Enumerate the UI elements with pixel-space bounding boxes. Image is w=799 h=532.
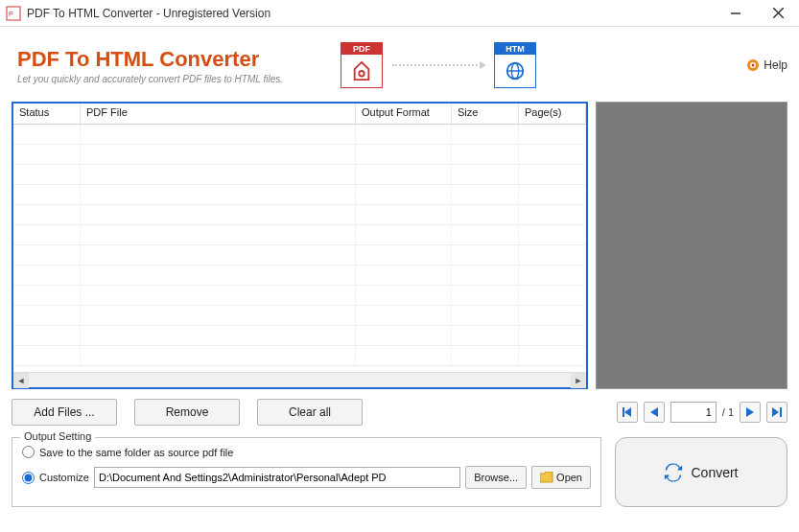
remove-button[interactable]: Remove bbox=[134, 399, 240, 426]
minimize-button[interactable] bbox=[715, 0, 757, 27]
output-path-input[interactable] bbox=[94, 467, 460, 488]
svg-marker-14 bbox=[650, 407, 658, 417]
htm-format-icon: HTM bbox=[494, 42, 536, 88]
clear-all-button[interactable]: Clear all bbox=[257, 399, 363, 426]
arrow-icon bbox=[392, 64, 484, 66]
grid-header: Status PDF File Output Format Size Page(… bbox=[13, 104, 586, 125]
convert-icon bbox=[664, 463, 683, 482]
grid-body bbox=[13, 125, 586, 372]
next-page-button[interactable] bbox=[740, 402, 761, 423]
help-link[interactable]: Help bbox=[746, 58, 787, 72]
help-icon bbox=[746, 58, 760, 72]
col-status[interactable]: Status bbox=[13, 104, 81, 124]
svg-point-5 bbox=[359, 71, 364, 77]
pdf-format-icon: PDF bbox=[341, 42, 383, 88]
page-total: / 1 bbox=[722, 406, 734, 418]
prev-page-button[interactable] bbox=[644, 402, 665, 423]
browse-button[interactable]: Browse... bbox=[465, 466, 527, 489]
header: PDF To HTML Converter Let you quickly an… bbox=[12, 36, 787, 102]
svg-marker-16 bbox=[772, 407, 779, 417]
last-page-button[interactable] bbox=[766, 402, 787, 423]
first-page-button[interactable] bbox=[617, 402, 638, 423]
svg-marker-13 bbox=[624, 407, 631, 417]
same-folder-radio[interactable]: Save to the same folder as source pdf fi… bbox=[22, 446, 591, 458]
close-button[interactable] bbox=[757, 0, 799, 27]
col-format[interactable]: Output Format bbox=[356, 104, 452, 124]
window-title: PDF To HTML Converter - Unregistered Ver… bbox=[27, 7, 715, 20]
col-size[interactable]: Size bbox=[452, 104, 519, 124]
customize-radio[interactable]: Customize bbox=[22, 472, 89, 484]
add-files-button[interactable]: Add Files ... bbox=[12, 399, 117, 426]
svg-text:P: P bbox=[9, 11, 13, 17]
folder-icon bbox=[540, 472, 553, 483]
page-nav: / 1 bbox=[617, 402, 787, 423]
file-grid[interactable]: Status PDF File Output Format Size Page(… bbox=[12, 102, 588, 389]
scroll-left-icon[interactable]: ◄ bbox=[13, 373, 29, 388]
app-icon: P bbox=[6, 6, 21, 21]
page-input[interactable] bbox=[670, 402, 717, 423]
scroll-right-icon[interactable]: ► bbox=[571, 373, 586, 388]
output-legend: Output Setting bbox=[20, 430, 95, 442]
svg-marker-15 bbox=[746, 407, 754, 417]
preview-pane bbox=[596, 102, 787, 389]
app-subtitle: Let you quickly and accurately convert P… bbox=[17, 74, 283, 84]
convert-button[interactable]: Convert bbox=[615, 437, 787, 507]
app-title: PDF To HTML Converter bbox=[17, 47, 283, 72]
col-pages[interactable]: Page(s) bbox=[519, 104, 586, 124]
titlebar: P PDF To HTML Converter - Unregistered V… bbox=[0, 0, 799, 27]
output-setting-group: Output Setting Save to the same folder a… bbox=[12, 437, 601, 507]
open-button[interactable]: Open bbox=[531, 466, 591, 489]
col-file[interactable]: PDF File bbox=[81, 104, 356, 124]
grid-scrollbar[interactable]: ◄ ► bbox=[13, 372, 586, 387]
svg-point-11 bbox=[752, 64, 755, 67]
